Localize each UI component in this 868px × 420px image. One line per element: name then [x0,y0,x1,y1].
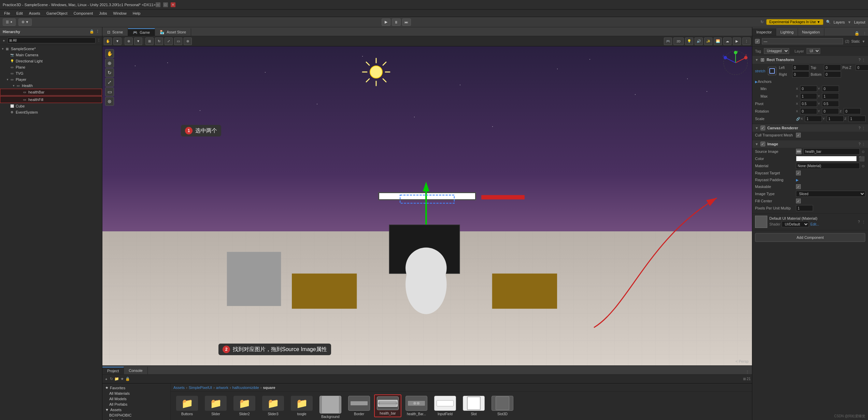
tool-hand[interactable]: ✋ [105,49,114,58]
static-dropdown[interactable]: ▼ [862,40,865,43]
hier-item-player[interactable]: ▼ ▭ Player [0,76,102,83]
proj-sidebar-models[interactable]: All Models [102,396,170,402]
tool-rect[interactable]: ▭ [105,87,114,96]
add-hierarchy-btn[interactable]: + [1,39,6,43]
menu-component[interactable]: Component [71,11,96,16]
tool-rotate[interactable]: ↻ [105,68,114,77]
image-more-btn[interactable]: ⋮ [862,142,865,146]
tab-console[interactable]: Console [124,367,147,374]
anchors-min-x[interactable] [800,86,817,92]
scene-settings-btn[interactable]: ⋮ [742,38,751,45]
hier-item-dirlight[interactable]: 💡 Directional Light [0,58,102,64]
posz-input[interactable] [856,64,868,71]
pixels-per-unit-input[interactable] [796,205,813,211]
breadcrumb-halfcustomizible[interactable]: halfcustomizible [232,386,259,390]
hier-item-healthbar[interactable]: ▭ healthBar [0,89,102,96]
scene-light-btn[interactable]: 💡 [685,38,693,45]
menu-window[interactable]: Window [111,11,129,16]
scene-tool-dropdown2[interactable]: ▼ [134,38,142,45]
scene-tool-rotate[interactable]: ↻ [155,38,163,45]
tools-dropdown[interactable]: ⚙ ▼ [18,18,32,26]
minimize-button[interactable]: ─ [156,2,160,7]
tab-lighting[interactable]: Lighting [776,28,798,36]
proj-file-buttons[interactable]: 📁 Buttons [173,394,201,417]
canvas-renderer-header[interactable]: ▼ ✓ Canvas Renderer ? ⋮ [752,124,868,132]
left-input[interactable] [792,64,809,71]
raycast-target-checkbox[interactable]: ✓ [796,171,801,175]
close-button[interactable]: ✕ [171,2,175,7]
menu-assets[interactable]: Assets [26,11,43,16]
hier-item-eventsystem[interactable]: ⚙ EventSystem [0,109,102,115]
inspector-more-icon[interactable]: ⋮ [862,31,868,36]
canvas-help-btn[interactable]: ? [858,126,860,130]
color-eyedropper-btn[interactable]: ⬛ [858,156,865,161]
hier-item-plane[interactable]: ▭ Plane [0,64,102,70]
proj-sidebar-material[interactable]: Material [102,418,170,420]
rect-transform-header[interactable]: ▼ ⊞ Rect Transform ? ⋮ [752,56,868,64]
proj-reveal-btn[interactable]: 📁 [114,377,119,381]
layers-dropdown-icon[interactable]: ▼ [848,20,851,24]
scene-tool-rect[interactable]: ▭ [174,38,182,45]
scale-x[interactable] [805,116,822,122]
tool-custom[interactable]: ⊛ [105,97,114,106]
tab-scene[interactable]: ⊡ Scene [102,28,128,36]
scene-fx-btn[interactable]: ✨ [704,38,712,45]
material-more-btn[interactable]: ⋮ [862,220,865,224]
proj-file-slider2[interactable]: 📁 Slider2 [231,394,258,417]
tab-project[interactable]: Project [102,367,124,374]
proj-file-background[interactable]: Background [317,394,344,417]
menu-edit[interactable]: Edit [14,11,26,16]
rotation-x[interactable] [800,108,817,114]
image-header[interactable]: ▼ ✓ Image ? ⋮ [752,140,868,148]
maximize-button[interactable]: □ [163,2,168,7]
anchors-min-y[interactable] [822,86,839,92]
proj-file-slot3d[interactable]: Slot3D [489,394,516,417]
tab-inspector[interactable]: Inspector [752,28,776,36]
tool-move[interactable]: ⊕ [105,59,114,68]
rotation-y[interactable] [822,108,839,114]
bottom-input[interactable] [824,71,841,77]
rect-help-btn[interactable]: ? [858,58,860,62]
step-button[interactable]: ⏭ [402,18,411,26]
proj-sidebar-materials[interactable]: All Materials [102,391,170,396]
experimental-packages-button[interactable]: Experimental Packages In Use ▼ [766,19,823,25]
proj-sidebar-boxphobic[interactable]: BOXPHOBIC [102,412,170,418]
breadcrumb-assets[interactable]: Assets [173,386,185,390]
hier-item-maincamera[interactable]: 📷 Main Camera [0,52,102,58]
scene-anim-btn[interactable]: ▶ [733,38,741,45]
maskable-checkbox[interactable]: ✓ [796,184,801,189]
menu-file[interactable]: File [1,11,13,16]
tag-select[interactable]: Untagged [764,48,789,54]
pivot-x[interactable] [800,101,817,107]
proj-file-slot[interactable]: Slot [460,394,487,417]
inspector-lock-icon[interactable]: 🔒 [852,31,862,36]
proj-file-healthbar2[interactable]: health_Bar... [403,394,430,417]
proj-file-border[interactable]: Border [345,394,373,417]
proj-file-inputfield[interactable]: InputField [431,394,459,417]
proj-star-btn[interactable]: ★ [120,377,124,381]
proj-file-toogle[interactable]: 📁 toogle [288,394,315,417]
raycast-padding-expand[interactable]: ▶ [796,178,799,182]
scene-2d-btn[interactable]: 2D [673,38,684,45]
scene-audio-btn[interactable]: 🔊 [695,38,703,45]
proj-lock-btn[interactable]: 🔒 [125,377,130,381]
search-icon[interactable]: 🔍 [826,20,831,24]
image-active-checkbox[interactable]: ✓ [760,142,765,146]
anchor-preset-icon[interactable] [768,67,776,75]
lock-icon[interactable]: 🔒 [89,29,94,34]
more-icon[interactable]: ⋮ [96,29,99,34]
object-active-checkbox[interactable]: ✓ [755,39,760,44]
edit-shader-btn[interactable]: Edit... [810,222,819,226]
image-help-btn[interactable]: ? [858,142,860,146]
hier-item-health[interactable]: ▼ ▭ Health [0,83,102,89]
breadcrumb-artwork[interactable]: artwork [216,386,228,390]
canvas-more-btn[interactable]: ⋮ [862,126,865,130]
proj-file-slider3[interactable]: 📁 Slider3 [259,394,287,417]
menu-gameobject[interactable]: GameObject [44,11,70,16]
hier-item-cube[interactable]: ⬜ Cube [0,103,102,109]
add-proj-btn[interactable]: + [104,377,109,381]
right-input[interactable] [792,71,809,77]
proj-refresh-btn[interactable]: ↻ [110,377,113,381]
tab-navigation[interactable]: Navigation [798,28,824,36]
scale-z[interactable] [849,116,866,122]
